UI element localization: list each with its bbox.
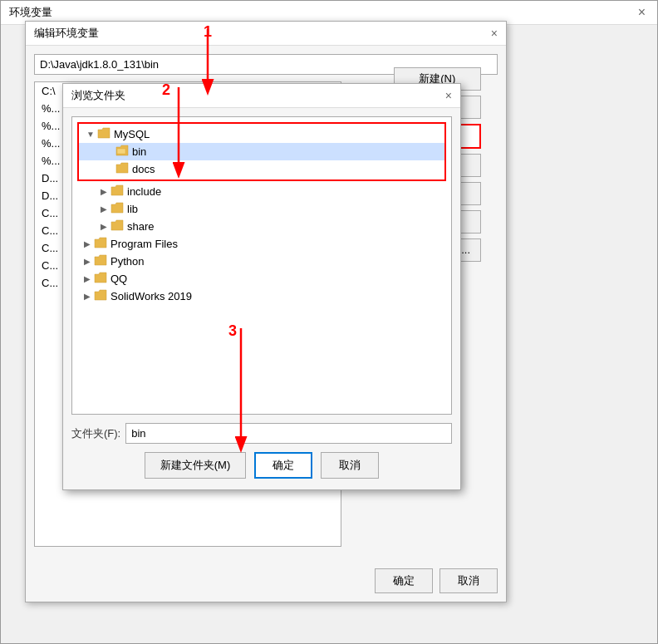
chevron-icon: ▼ — [86, 130, 96, 139]
chevron-icon: ▶ — [99, 204, 109, 214]
chevron-icon: ▶ — [99, 222, 109, 231]
edit-footer: 确定 取消 — [375, 568, 498, 593]
edit-title: 编辑环境变量 — [34, 26, 99, 41]
chevron-icon: ▶ — [82, 274, 92, 283]
chevron-icon: ▶ — [82, 292, 92, 301]
folder-icon-mysql — [97, 127, 110, 141]
folder-icon-program-files — [94, 237, 107, 251]
tree-item-qq[interactable]: ▶ QQ — [72, 270, 451, 288]
folder-icon-qq — [94, 272, 107, 286]
folder-label-text: 文件夹(F): — [71, 426, 120, 441]
folder-label-python: Python — [110, 255, 144, 268]
folder-icon-bin — [115, 145, 129, 159]
tree-item-python[interactable]: ▶ Python — [72, 253, 451, 270]
chevron-icon: ▶ — [99, 187, 109, 196]
folder-icon-solidworks — [94, 289, 107, 303]
edit-titlebar: 编辑环境变量 × — [26, 22, 506, 46]
browse-cancel-button[interactable]: 取消 — [321, 452, 379, 479]
folder-label-program-files: Program Files — [110, 238, 178, 250]
folder-icon-python — [94, 254, 107, 268]
tree-item-solidworks[interactable]: ▶ SolidWorks 2019 — [72, 288, 451, 305]
folder-input[interactable] — [125, 423, 452, 444]
highlighted-tree-section: ▼ MySQL bi — [77, 122, 446, 181]
tree-item-program-files[interactable]: ▶ Program Files — [72, 235, 451, 253]
folder-label-share: share — [127, 220, 155, 233]
env-close-button[interactable]: × — [635, 5, 649, 20]
folder-label-solidworks: SolidWorks 2019 — [110, 290, 192, 302]
browse-close-button[interactable]: × — [445, 89, 452, 102]
browse-ok-button[interactable]: 确定 — [254, 452, 312, 479]
folder-label-include: include — [127, 185, 161, 198]
folder-icon-lib — [110, 202, 124, 216]
chevron-icon: ▶ — [82, 257, 92, 266]
folder-input-row: 文件夹(F): — [71, 423, 452, 444]
browse-footer: 文件夹(F): 新建文件夹(M) 确定 取消 — [71, 423, 452, 479]
folder-label-qq: QQ — [110, 273, 127, 285]
folder-label-lib: lib — [127, 203, 138, 215]
browse-body: ▼ MySQL bi — [63, 108, 460, 487]
folder-icon-share — [110, 219, 124, 234]
svg-rect-0 — [117, 149, 125, 154]
folder-icon-include — [110, 184, 124, 199]
new-folder-button[interactable]: 新建文件夹(M) — [145, 452, 247, 479]
tree-item-include[interactable]: ▶ include — [72, 183, 451, 200]
folder-label-bin: bin — [132, 145, 146, 158]
edit-close-button[interactable]: × — [491, 27, 498, 40]
tree-item-bin[interactable]: bin — [79, 143, 444, 160]
folder-label-mysql: MySQL — [114, 128, 150, 140]
env-title: 环境变量 — [9, 5, 52, 20]
chevron-icon: ▶ — [82, 239, 92, 248]
browse-folder-dialog: 浏览文件夹 × ▼ MySQL — [62, 83, 461, 490]
browse-buttons: 新建文件夹(M) 确定 取消 — [71, 452, 452, 479]
folder-label-docs: docs — [132, 163, 155, 175]
folder-tree[interactable]: ▼ MySQL bi — [71, 116, 452, 415]
browse-title: 浏览文件夹 — [71, 88, 125, 103]
tree-item-docs[interactable]: docs — [79, 160, 444, 178]
tree-item-lib[interactable]: ▶ lib — [72, 200, 451, 218]
tree-item-share[interactable]: ▶ share — [72, 218, 451, 235]
browse-titlebar: 浏览文件夹 × — [63, 84, 460, 108]
edit-cancel-button[interactable]: 取消 — [439, 568, 498, 593]
tree-item-mysql[interactable]: ▼ MySQL — [79, 125, 444, 143]
edit-ok-button[interactable]: 确定 — [375, 568, 433, 593]
folder-icon-docs — [115, 162, 129, 176]
